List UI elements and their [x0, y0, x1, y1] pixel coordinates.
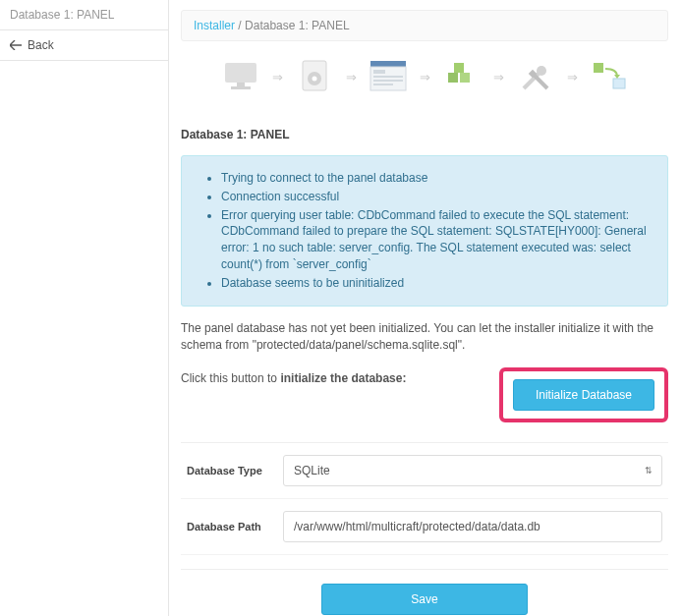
svg-rect-11: [373, 84, 393, 85]
svg-rect-10: [373, 80, 403, 82]
step-arrow-icon: ⇒: [493, 70, 504, 84]
back-arrow-icon: [10, 40, 22, 50]
breadcrumb: Installer / Database 1: PANEL: [181, 10, 668, 41]
svg-rect-9: [373, 76, 403, 78]
init-button-highlight: Initialize Database: [499, 367, 668, 422]
install-steps: ⇒ ⇒ ⇒ ⇒ ⇒: [181, 41, 668, 122]
svg-rect-1: [237, 83, 245, 86]
init-prompt: Click this button to initialize the data…: [181, 367, 406, 385]
flash-item: Connection successful: [221, 189, 652, 205]
svg-rect-13: [448, 73, 458, 83]
form-row-db-type: Database Type SQLite: [181, 443, 668, 499]
db-type-label: Database Type: [187, 465, 271, 476]
flash-item: Error querying user table: CDbCommand fa…: [221, 207, 652, 273]
svg-rect-12: [454, 63, 464, 73]
monitor-icon: [219, 55, 262, 98]
back-button[interactable]: Back: [0, 29, 168, 61]
cubes-icon: [440, 55, 483, 98]
flash-item: Database seems to be uninitialized: [221, 275, 652, 292]
svg-point-5: [312, 77, 316, 82]
back-label: Back: [28, 38, 54, 52]
window-icon: [367, 55, 410, 98]
form-row-db-path: Database Path: [181, 499, 668, 555]
save-button[interactable]: Save: [321, 584, 528, 615]
init-prompt-bold: initialize the database:: [280, 371, 406, 385]
gear-document-icon: [293, 55, 336, 98]
step-arrow-icon: ⇒: [272, 70, 283, 84]
step-arrow-icon: ⇒: [346, 70, 357, 84]
tools-icon: [514, 55, 557, 98]
info-paragraph: The panel database has not yet been init…: [181, 320, 668, 355]
svg-rect-14: [460, 73, 470, 83]
svg-rect-17: [594, 63, 603, 73]
flash-message: Trying to connect to the panel database …: [181, 155, 668, 307]
db-path-label: Database Path: [187, 521, 271, 532]
init-prompt-text: Click this button to: [181, 371, 280, 385]
flash-item: Trying to connect to the panel database: [221, 170, 652, 187]
step-arrow-icon: ⇒: [420, 70, 430, 84]
db-path-input[interactable]: [283, 511, 662, 542]
svg-rect-18: [613, 79, 625, 88]
sidebar: Database 1: PANEL Back: [0, 0, 169, 616]
page-title: Database 1: PANEL: [181, 128, 668, 141]
breadcrumb-current: Database 1: PANEL: [245, 19, 350, 32]
svg-rect-0: [225, 63, 256, 83]
transfer-cubes-icon: [588, 55, 631, 98]
breadcrumb-link-installer[interactable]: Installer: [194, 19, 235, 32]
step-arrow-icon: ⇒: [567, 70, 578, 84]
sidebar-title: Database 1: PANEL: [0, 0, 168, 29]
breadcrumb-separator: /: [235, 19, 245, 32]
svg-point-15: [537, 66, 546, 76]
db-type-select[interactable]: SQLite: [283, 455, 662, 486]
svg-rect-6: [370, 61, 406, 67]
svg-rect-8: [373, 70, 385, 74]
main-content: Installer / Database 1: PANEL ⇒ ⇒ ⇒ ⇒ ⇒ …: [169, 0, 682, 616]
initialize-database-button[interactable]: Initialize Database: [513, 379, 654, 411]
svg-rect-2: [231, 86, 251, 89]
